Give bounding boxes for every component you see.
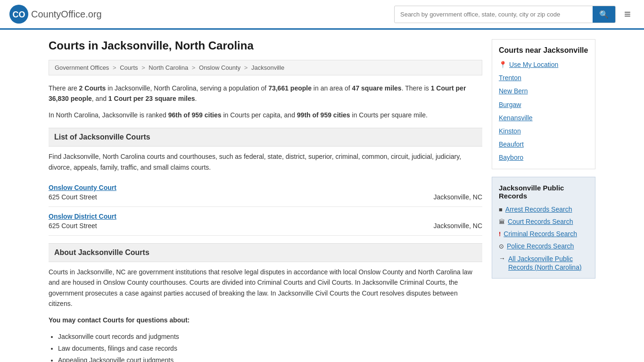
breadcrumb-sep1: >: [113, 64, 118, 71]
arrest-records-item: ■ Arrest Records Search: [499, 206, 588, 213]
criminal-icon: !: [499, 230, 501, 238]
court-item-1: Onslow County Court 625 Court Street Jac…: [49, 178, 482, 207]
court-icon: 🏛: [499, 218, 505, 225]
description-para1: There are 2 Courts in Jacksonville, Nort…: [49, 83, 482, 104]
breadcrumb-courts[interactable]: Courts: [120, 64, 138, 71]
search-bar: 🔍: [394, 6, 616, 23]
court-records-link[interactable]: Court Records Search: [508, 218, 573, 225]
court-1-link[interactable]: Onslow County Court: [49, 184, 116, 191]
nearby-city-bayboro[interactable]: Bayboro: [499, 153, 588, 162]
court-1-row: 625 Court Street Jacksonville, NC: [49, 193, 482, 201]
bullet-list: Jacksonville court records and judgments…: [58, 331, 482, 362]
about-text: Courts in Jacksonville, NC are governmen…: [49, 267, 482, 309]
logo-suffix: .org: [85, 9, 101, 19]
nearby-city-beaufort[interactable]: Beaufort: [499, 140, 588, 148]
criminal-records-item: ! Criminal Records Search: [499, 230, 588, 238]
pin-icon: 📍: [499, 61, 507, 68]
breadcrumb-jacksonville[interactable]: Jacksonville: [251, 64, 284, 71]
nearby-city-kinston[interactable]: Kinston: [499, 127, 588, 135]
police-records-link[interactable]: Police Records Search: [507, 242, 574, 250]
area: 47 square miles: [352, 84, 402, 92]
court-1-address: 625 Court Street: [49, 193, 97, 201]
bullet-3: Appealing Jacksonville court judgments: [58, 354, 482, 362]
court-2-row: 625 Court Street Jacksonville, NC: [49, 222, 482, 230]
nearby-courts-box: Courts near Jacksonville 📍 Use My Locati…: [492, 39, 595, 169]
contact-label: You may contact Courts for questions abo…: [49, 315, 482, 325]
list-section-header: List of Jacksonville Courts: [49, 128, 482, 147]
breadcrumb-sep3: >: [192, 64, 197, 71]
search-input[interactable]: [395, 7, 593, 22]
logo[interactable]: CO CountyOffice.org: [9, 5, 102, 24]
court-2-city: Jacksonville, NC: [434, 222, 482, 230]
nearby-title: Courts near Jacksonville: [499, 46, 588, 55]
criminal-records-link[interactable]: Criminal Records Search: [504, 230, 577, 238]
header-right: 🔍 ≡: [394, 6, 635, 23]
use-location-row: 📍 Use My Location: [499, 60, 588, 69]
description-para2: In North Carolina, Jacksonville is ranke…: [49, 110, 482, 120]
court-records-item: 🏛 Court Records Search: [499, 218, 588, 225]
arrest-icon: ■: [499, 206, 503, 213]
arrest-records-link[interactable]: Arrest Records Search: [505, 206, 572, 213]
logo-text: CountyOffice.org: [31, 9, 102, 20]
court-2-address: 625 Court Street: [49, 222, 97, 230]
about-section-header: About Jacksonville Courts: [49, 243, 482, 262]
page-title: Courts in Jacksonville, North Carolina: [49, 39, 482, 52]
search-button[interactable]: 🔍: [593, 6, 615, 23]
public-records-box: Jacksonville Public Records ■ Arrest Rec…: [492, 177, 595, 279]
all-records-link[interactable]: All Jacksonville Public Records (North C…: [508, 255, 588, 272]
court-1-city: Jacksonville, NC: [434, 193, 482, 201]
rank1: 96th of 959 cities: [168, 111, 222, 119]
breadcrumb-onslow[interactable]: Onslow County: [199, 64, 240, 71]
use-location-link[interactable]: Use My Location: [509, 60, 558, 69]
breadcrumb-gov-offices[interactable]: Government Offices: [55, 64, 109, 71]
nearby-city-burgaw[interactable]: Burgaw: [499, 100, 588, 109]
police-records-item: ⊙ Police Records Search: [499, 242, 588, 250]
nearby-city-trenton[interactable]: Trenton: [499, 74, 588, 82]
logo-name: CountyOffice: [31, 9, 85, 19]
breadcrumb: Government Offices > Courts > North Caro…: [49, 60, 482, 75]
breadcrumb-sep4: >: [244, 64, 249, 71]
about-section-title: About Jacksonville Courts: [54, 248, 149, 256]
site-header: CO CountyOffice.org 🔍 ≡: [0, 0, 644, 30]
menu-icon[interactable]: ≡: [620, 6, 635, 23]
main-content: Courts in Jacksonville, North Carolina G…: [49, 39, 482, 362]
nearby-city-new-bern[interactable]: New Bern: [499, 87, 588, 95]
svg-text:CO: CO: [13, 10, 25, 19]
courts-count: 2 Courts: [79, 84, 106, 92]
court-item-2: Onslow District Court 625 Court Street J…: [49, 207, 482, 236]
all-records-row: → All Jacksonville Public Records (North…: [499, 255, 588, 272]
sidebar: Courts near Jacksonville 📍 Use My Locati…: [492, 39, 595, 362]
bullet-2: Law documents, filings and case records: [58, 343, 482, 354]
breadcrumb-sep2: >: [141, 64, 147, 71]
contact-label-bold: You may contact Courts for questions abo…: [49, 316, 190, 324]
police-icon: ⊙: [499, 243, 504, 250]
arrow-icon: →: [499, 255, 505, 262]
rank2: 99th of 959 cities: [297, 111, 350, 119]
per-sqmile: 1 Court per 23 square miles: [108, 95, 195, 102]
court-2-link[interactable]: Onslow District Court: [49, 213, 116, 220]
nearby-city-kenansville[interactable]: Kenansville: [499, 114, 588, 122]
public-records-title: Jacksonville Public Records: [499, 184, 588, 200]
list-section-title: List of Jacksonville Courts: [54, 133, 150, 141]
main-container: Courts in Jacksonville, North Carolina G…: [39, 30, 605, 362]
breadcrumb-nc[interactable]: North Carolina: [149, 64, 188, 71]
bullet-1: Jacksonville court records and judgments: [58, 331, 482, 343]
list-section-description: Find Jacksonville, North Carolina courts…: [49, 151, 482, 173]
population: 73,661 people: [268, 84, 312, 92]
logo-icon: CO: [9, 5, 28, 24]
